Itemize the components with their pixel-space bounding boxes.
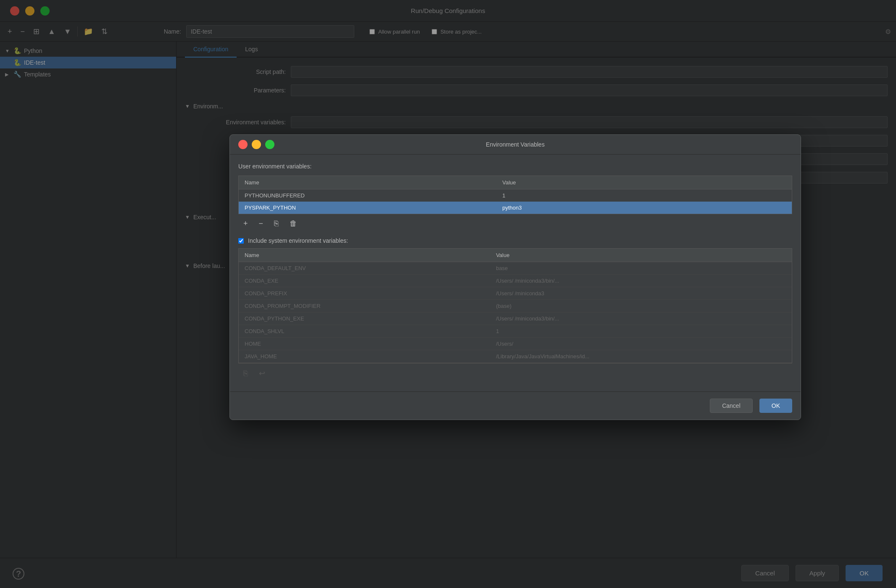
system-table-actions: ⎘ ↩ — [238, 363, 792, 383]
main-window: Run/Debug Configurations + − ⊞ ▲ ▼ 📁 ⇅ N… — [0, 0, 896, 588]
user-table-actions: + − ⎘ 🗑 — [238, 214, 792, 233]
copy-sys-env-button[interactable]: ⎘ — [240, 367, 251, 380]
table-row[interactable]: PYSPARK_PYTHON — [239, 202, 792, 214]
modal-minimize-button[interactable] — [252, 140, 261, 149]
include-system-row: Include system environment variables: — [238, 233, 792, 248]
modal-window-controls — [238, 140, 274, 149]
include-system-label: Include system environment variables: — [248, 237, 348, 244]
modal-cancel-button[interactable]: Cancel — [710, 399, 753, 413]
env-name-cell: PYTHONUNBUFFERED — [239, 189, 496, 202]
user-env-table-wrapper: Name Value PYTHONUNBUFFERED 1 PYSPARK_PY… — [238, 176, 792, 214]
user-section-title: User environment variables: — [238, 163, 792, 170]
table-row[interactable]: HOME /Users/ — [239, 338, 792, 350]
modal-footer: Cancel OK — [230, 391, 801, 420]
add-env-button[interactable]: + — [240, 218, 251, 230]
modal-close-button[interactable] — [238, 140, 248, 149]
user-env-table: Name Value PYTHONUNBUFFERED 1 PYSPARK_PY… — [239, 176, 792, 214]
table-row[interactable]: CONDA_PYTHON_EXE /Users/ /miniconda3/bin… — [239, 312, 792, 325]
delete-env-button[interactable]: 🗑 — [286, 218, 300, 230]
modal-titlebar: Environment Variables — [230, 135, 801, 155]
env-name-cell: PYSPARK_PYTHON — [239, 202, 496, 214]
system-env-table: Name Value CONDA_DEFAULT_ENV base CONDA_… — [239, 249, 792, 363]
system-env-table-body: CONDA_DEFAULT_ENV base CONDA_EXE /Users/… — [239, 262, 792, 363]
table-row[interactable]: CONDA_SHLVL 1 — [239, 325, 792, 338]
system-env-table-wrapper: Name Value CONDA_DEFAULT_ENV base CONDA_… — [238, 248, 792, 363]
remove-env-button[interactable]: − — [256, 218, 267, 230]
table-row[interactable]: PYTHONUNBUFFERED 1 — [239, 189, 792, 202]
env-value-cell: 1 — [496, 189, 792, 202]
env-value-edit-input[interactable] — [502, 205, 786, 211]
table-row[interactable]: JAVA_HOME /Library/Java/JavaVirtualMachi… — [239, 350, 792, 363]
env-value-cell[interactable] — [496, 202, 792, 214]
modal-title: Environment Variables — [486, 141, 545, 148]
modal-body: User environment variables: Name Value — [230, 155, 801, 391]
modal-maximize-button[interactable] — [265, 140, 274, 149]
copy-env-button[interactable]: ⎘ — [271, 218, 282, 230]
table-row[interactable]: CONDA_PREFIX /Users/ /miniconda3 — [239, 287, 792, 300]
table-row[interactable]: CONDA_EXE /Users/ /miniconda3/bin/... — [239, 275, 792, 287]
sys-table-value-header: Value — [490, 249, 792, 262]
table-row[interactable]: CONDA_DEFAULT_ENV base — [239, 262, 792, 275]
undo-sys-env-button[interactable]: ↩ — [256, 367, 269, 380]
table-row[interactable]: CONDA_PROMPT_MODIFIER (base) — [239, 300, 792, 312]
user-table-name-header: Name — [239, 176, 496, 189]
user-table-value-header: Value — [496, 176, 792, 189]
modal-overlay: Environment Variables User environment v… — [0, 0, 896, 588]
env-variables-modal: Environment Variables User environment v… — [229, 134, 801, 420]
modal-ok-button[interactable]: OK — [759, 399, 792, 413]
include-system-checkbox[interactable] — [238, 238, 244, 244]
sys-table-name-header: Name — [239, 249, 490, 262]
